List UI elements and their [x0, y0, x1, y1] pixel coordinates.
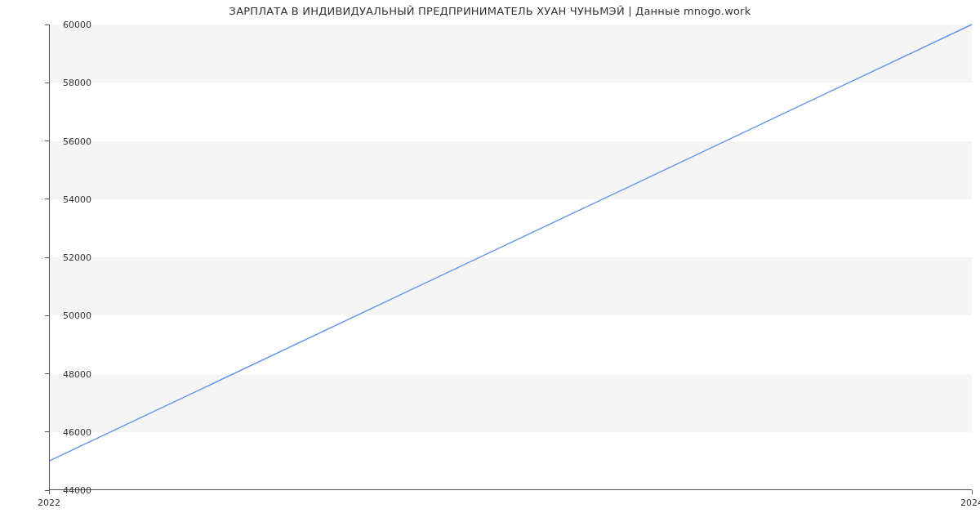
y-tick-label: 54000	[49, 194, 91, 204]
y-tick-label: 44000	[49, 485, 91, 496]
series-line	[49, 25, 972, 461]
chart-title: ЗАРПЛАТА В ИНДИВИДУАЛЬНЫЙ ПРЕДПРИНИМАТЕЛ…	[0, 5, 980, 17]
chart-container: ЗАРПЛАТА В ИНДИВИДУАЛЬНЫЙ ПРЕДПРИНИМАТЕЛ…	[0, 0, 980, 531]
x-axis-line	[49, 489, 972, 490]
x-tick-mark	[49, 490, 50, 494]
y-tick-label: 58000	[49, 78, 91, 88]
y-tick-label: 56000	[49, 136, 91, 146]
y-tick-label: 48000	[49, 368, 91, 379]
x-tick-mark	[972, 490, 973, 494]
plot-area: 4400046000480005000052000540005600058000…	[49, 25, 972, 490]
x-tick-label: 2024	[960, 498, 980, 508]
line-layer	[49, 25, 972, 490]
y-tick-label: 46000	[49, 426, 91, 437]
y-tick-label: 52000	[49, 252, 91, 263]
x-tick-label: 2022	[38, 498, 60, 508]
y-tick-label: 60000	[49, 20, 91, 30]
y-tick-label: 50000	[49, 310, 91, 321]
